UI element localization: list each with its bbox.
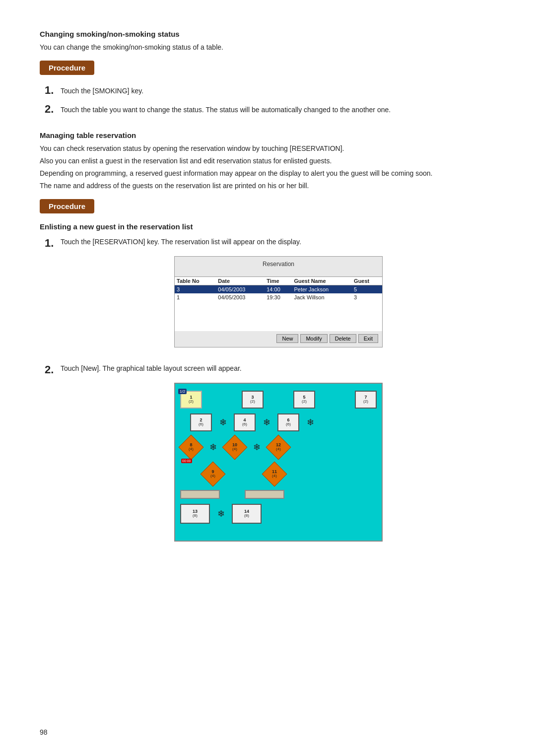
section-reservation-desc3: Depending on programming, a reserved gue… [40,168,496,179]
cell-guest: 3 [352,293,382,301]
section-smoking-desc: You can change the smoking/non-smoking s… [40,42,496,53]
table-12[interactable]: 12 (4) [268,436,289,458]
reservation-window: Reservation Table No Date Time Guest Nam… [174,256,383,347]
table-row-1: 1/2 1 (2) 3 (2) 5 (2) [180,391,377,409]
procedure-badge-1: Procedure [40,61,94,75]
snow-icon-6: ❄ [215,508,227,519]
section-smoking: Changing smoking/non-smoking status You … [40,30,496,116]
step-number: 1. [45,237,61,250]
cell-guest-name: Peter Jackson [292,285,352,293]
table-bar-2[interactable] [245,490,284,499]
table-row-4: 9 (4) 11 (4) [202,463,377,485]
modify-button[interactable]: Modify [300,334,327,343]
step-number: 2. [45,363,61,376]
cell-date: 04/05/2003 [216,285,265,293]
snow-icon-1: ❄ [217,417,229,428]
table-8[interactable]: 8 (4) 00:00 [180,436,202,458]
table-13[interactable]: 13 (8) [180,504,210,524]
section-reservation: Managing table reservation You can check… [40,131,496,550]
col-guest: Guest [352,276,382,285]
cell-guest-name: Jack Willson [292,293,352,301]
cell-time: 14:00 [265,285,292,293]
section-smoking-title: Changing smoking/non-smoking status [40,30,496,38]
table-row-2: 2 (6) ❄ 4 (6) ❄ 6 (6) ❄ [190,413,377,431]
table-4[interactable]: 4 (6) [234,413,256,431]
section-reservation-desc1: You can check reservation status by open… [40,143,496,154]
table-row[interactable]: 3 04/05/2003 14:00 Peter Jackson 5 [175,285,382,293]
reservation-title: Reservation [175,257,382,270]
reservation-buttons: New Modify Delete Exit [175,331,382,347]
snow-icon-3: ❄ [304,417,316,428]
table-row-5 [180,490,377,499]
subsection-title: Enlisting a new guest in the reservation… [40,222,496,231]
table-row-6: 13 (8) ❄ 14 (8) [180,504,377,524]
col-guest-name: Guest Name [292,276,352,285]
step-text: Touch the [RESERVATION] key. The reserva… [61,236,301,246]
snow-icon-4: ❄ [207,442,219,453]
cell-date: 04/05/2003 [216,293,265,301]
table-9[interactable]: 9 (4) [202,463,224,485]
new-button[interactable]: New [276,334,298,343]
cell-guest: 5 [352,285,382,293]
step-2-2: 2. Touch [New]. The graphical table layo… [45,363,496,550]
cell-time: 19:30 [265,293,292,301]
section-reservation-desc2: Also you can enlist a guest in the reser… [40,156,496,166]
table-layout-screen: 1/2 1 (2) 3 (2) 5 (2) [174,383,383,542]
table-10[interactable]: 10 (4) [224,436,246,458]
step-text: Touch [New]. The graphical table layout … [61,362,242,372]
step-1-2: 2. Touch the table you want to change th… [45,103,496,116]
section-reservation-desc4: The name and address of the guests on th… [40,181,496,191]
reservation-table: Table No Date Time Guest Name Guest 3 04… [175,276,382,331]
table-14[interactable]: 14 (8) [232,504,262,524]
page-number: 98 [40,728,48,736]
table-3[interactable]: 3 (2) [242,391,264,409]
delete-button[interactable]: Delete [330,334,356,343]
cell-table-no: 3 [175,285,216,293]
table-6[interactable]: 6 (6) [277,413,299,431]
step-1-1: 1. Touch the [SMOKING] key. [45,84,496,97]
step-text: Touch the [SMOKING] key. [61,84,143,96]
table-badge-red: 00:00 [181,459,192,463]
table-row[interactable]: 1 04/05/2003 19:30 Jack Willson 3 [175,293,382,301]
section-reservation-title: Managing table reservation [40,131,496,139]
col-date: Date [216,276,265,285]
table-2[interactable]: 2 (6) [190,413,212,431]
step-number: 1. [45,84,61,97]
table-1[interactable]: 1/2 1 (2) [180,391,202,409]
step-2-1: 1. Touch the [RESERVATION] key. The rese… [45,237,496,356]
table-row-3: 8 (4) 00:00 ❄ 10 (4) ❄ [180,436,377,458]
step-number: 2. [45,103,61,116]
table-badge: 1/2 [178,389,187,394]
snow-icon-2: ❄ [261,417,272,428]
table-bar-1[interactable] [180,490,220,499]
table-11[interactable]: 11 (4) [264,463,285,485]
snow-icon-5: ❄ [251,442,263,453]
procedure-badge-2: Procedure [40,199,94,213]
table-5[interactable]: 5 (2) [293,391,315,409]
col-table-no: Table No [175,276,216,285]
step-text: Touch the table you want to change the s… [61,103,391,115]
exit-button[interactable]: Exit [358,334,378,343]
table-7[interactable]: 7 (2) [355,391,377,409]
cell-table-no: 1 [175,293,216,301]
col-time: Time [265,276,292,285]
